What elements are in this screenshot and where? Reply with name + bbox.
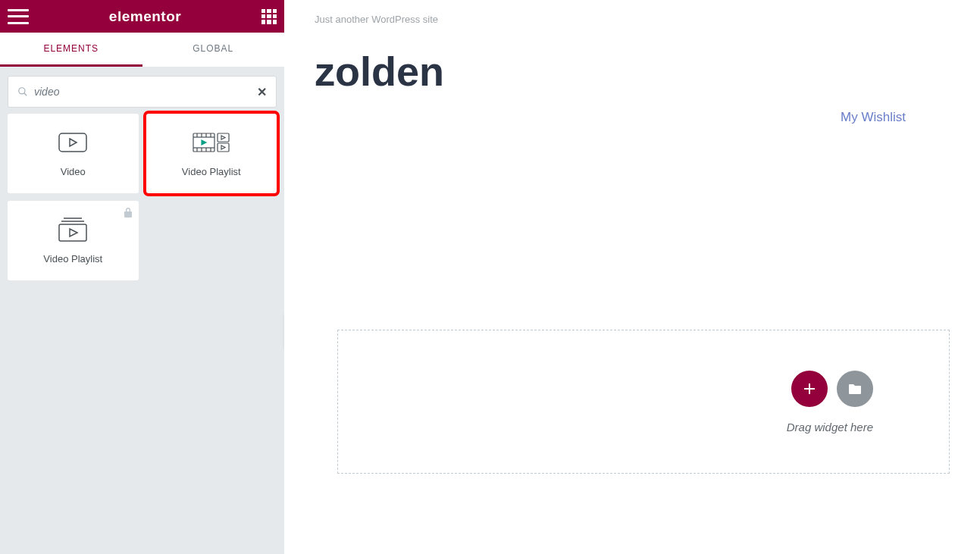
add-template-button[interactable] (837, 371, 873, 407)
svg-rect-14 (218, 133, 229, 142)
svg-point-0 (19, 88, 25, 94)
apps-grid-icon[interactable] (261, 9, 277, 24)
widget-search-input[interactable] (34, 86, 257, 98)
svg-rect-2 (59, 133, 86, 152)
video-playlist-icon (193, 130, 230, 155)
tab-elements[interactable]: ELEMENTS (0, 33, 142, 67)
clear-search-icon[interactable]: ✕ (257, 85, 267, 99)
svg-rect-20 (804, 388, 815, 390)
sidebar-header: elementor (0, 0, 284, 33)
site-tagline: Just another WordPress site (315, 14, 950, 25)
app-root: elementor ELEMENTS GLOBAL ✕ Video (0, 0, 980, 554)
widgets-grid: Video Video Playlist (0, 114, 284, 280)
elementor-sidebar: elementor ELEMENTS GLOBAL ✕ Video (0, 0, 284, 554)
svg-line-1 (24, 93, 27, 96)
video-icon (58, 130, 87, 155)
widget-video[interactable]: Video (8, 114, 139, 193)
widget-label: Video Playlist (43, 253, 102, 264)
add-section-button[interactable] (791, 371, 828, 407)
hamburger-menu-icon[interactable] (8, 9, 29, 24)
dropzone-hint-text: Drag widget here (787, 421, 873, 433)
elementor-logo: elementor (109, 8, 181, 25)
widget-dropzone[interactable]: Drag widget here (337, 330, 950, 474)
search-icon (17, 86, 28, 97)
tab-global[interactable]: GLOBAL (142, 33, 285, 67)
search-wrap: ✕ (0, 67, 284, 114)
video-playlist-stack-icon (58, 217, 88, 243)
svg-rect-18 (59, 224, 86, 241)
site-title: zolden (315, 48, 950, 95)
widget-video-playlist-locked[interactable]: Video Playlist (8, 201, 139, 280)
widget-label: Video (61, 166, 86, 177)
widget-label: Video Playlist (182, 166, 241, 177)
lock-icon (124, 207, 133, 221)
search-box: ✕ (8, 76, 277, 108)
folder-icon (848, 383, 862, 395)
my-wishlist-link[interactable]: My Wishlist (315, 110, 950, 125)
plus-icon (803, 382, 816, 396)
dropzone-inner: Drag widget here (338, 371, 949, 433)
sidebar-tabs: ELEMENTS GLOBAL (0, 33, 284, 67)
dropzone-buttons (791, 371, 873, 407)
svg-rect-15 (218, 143, 229, 152)
widget-video-playlist-pro[interactable]: Video Playlist (146, 114, 277, 193)
preview-canvas: Just another WordPress site zolden My Wi… (284, 0, 980, 554)
